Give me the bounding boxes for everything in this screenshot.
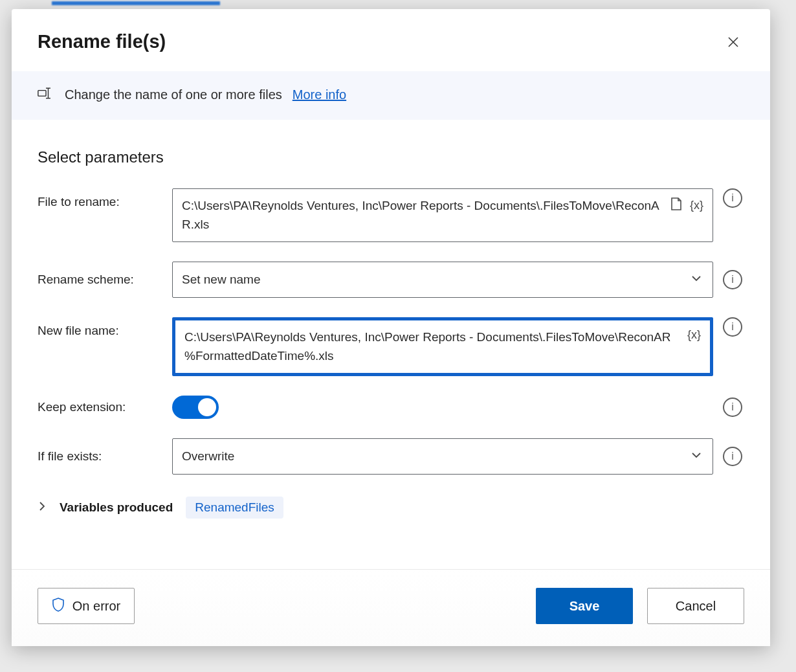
action-description-banner: Change the name of one or more files Mor… (12, 71, 770, 120)
dialog-footer: On error Save Cancel (12, 569, 770, 646)
row-new-file-name: New file name: C:\Users\PA\Reynolds Vent… (38, 317, 744, 376)
more-info-link[interactable]: More info (293, 87, 346, 102)
background-hint (52, 1, 220, 5)
insert-variable-icon[interactable]: {x} (687, 328, 701, 342)
shield-icon (52, 597, 65, 616)
rename-scheme-label: Rename scheme: (38, 273, 164, 287)
dialog-body: Select parameters File to rename: C:\Use… (12, 120, 770, 533)
dialog-title: Rename file(s) (38, 31, 166, 52)
new-file-name-label: New file name: (38, 317, 164, 338)
info-icon[interactable]: i (723, 317, 742, 337)
if-file-exists-select[interactable]: Overwrite (172, 438, 713, 475)
rename-scheme-select[interactable]: Set new name (172, 262, 713, 298)
file-to-rename-value: C:\Users\PA\Reynolds Ventures, Inc\Power… (182, 197, 663, 234)
new-file-name-input[interactable]: C:\Users\PA\Reynolds Ventures, Inc\Power… (172, 317, 713, 376)
svg-rect-2 (38, 91, 46, 96)
row-if-file-exists: If file exists: Overwrite i (38, 438, 744, 475)
on-error-label: On error (72, 599, 120, 614)
cancel-label: Cancel (676, 599, 716, 614)
on-error-button[interactable]: On error (38, 588, 135, 624)
row-rename-scheme: Rename scheme: Set new name i (38, 262, 744, 298)
rename-files-dialog: Rename file(s) Change the name of one or… (12, 9, 770, 646)
rename-action-icon (38, 87, 54, 103)
keep-extension-label: Keep extension: (38, 400, 164, 414)
select-file-icon[interactable] (669, 197, 683, 214)
info-icon[interactable]: i (723, 447, 742, 466)
cancel-button[interactable]: Cancel (647, 588, 744, 624)
save-button[interactable]: Save (536, 588, 633, 624)
file-to-rename-input[interactable]: C:\Users\PA\Reynolds Ventures, Inc\Power… (172, 188, 713, 242)
variable-chip[interactable]: RenamedFiles (186, 497, 283, 519)
rename-scheme-value: Set new name (182, 273, 689, 287)
variables-produced-label: Variables produced (60, 500, 173, 515)
info-icon[interactable]: i (723, 188, 742, 208)
if-file-exists-label: If file exists: (38, 449, 164, 464)
chevron-down-icon (689, 448, 703, 465)
info-icon[interactable]: i (723, 270, 742, 289)
section-title: Select parameters (38, 148, 744, 166)
save-label: Save (569, 599, 600, 614)
dialog-header: Rename file(s) (12, 9, 770, 71)
variables-produced-section[interactable]: Variables produced RenamedFiles (38, 497, 744, 519)
info-icon[interactable]: i (723, 398, 742, 417)
chevron-right-icon (38, 500, 47, 515)
new-file-name-value: C:\Users\PA\Reynolds Ventures, Inc\Power… (184, 328, 681, 365)
row-file-to-rename: File to rename: C:\Users\PA\Reynolds Ven… (38, 188, 744, 242)
toggle-knob (198, 398, 216, 416)
chevron-down-icon (689, 271, 703, 289)
banner-text: Change the name of one or more files (65, 87, 282, 102)
file-to-rename-label: File to rename: (38, 188, 164, 209)
keep-extension-toggle[interactable] (172, 396, 219, 419)
row-keep-extension: Keep extension: i (38, 396, 744, 419)
insert-variable-icon[interactable]: {x} (690, 199, 703, 212)
if-file-exists-value: Overwrite (182, 449, 689, 464)
close-icon[interactable] (722, 31, 744, 53)
